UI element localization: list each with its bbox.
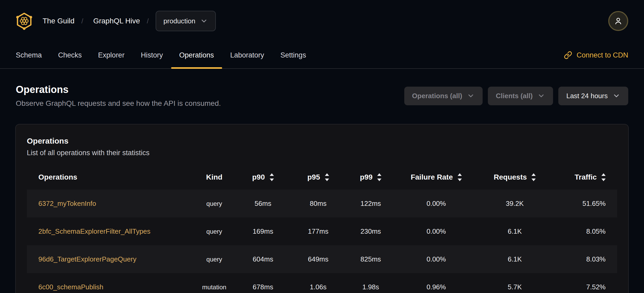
column-header-p95[interactable]: p95 [292,165,344,190]
tab-history[interactable]: History [133,42,171,68]
tab-laboratory[interactable]: Laboratory [222,42,272,68]
failure-rate-value: 0.96% [427,283,446,291]
link-icon [564,51,572,59]
sort-arrows-icon [531,173,536,181]
filters-bar: Operations (all) Clients (all) Last 24 h… [404,87,628,105]
period-filter-dropdown[interactable]: Last 24 hours [558,87,628,105]
table-header-row: Operations Kind p90 p95 p99 [27,165,617,190]
sort-arrows-icon [458,173,462,181]
target-selector-value: production [163,17,195,25]
traffic-value: 8.03% [586,255,606,263]
p95-value: 1.06s [310,283,327,291]
clients-filter-dropdown[interactable]: Clients (all) [488,87,553,105]
card-subtitle: List of all operations with their statis… [27,149,617,157]
tab-operations[interactable]: Operations [171,42,222,68]
target-selector-dropdown[interactable]: production [156,11,216,31]
user-avatar[interactable] [608,11,628,31]
column-header-operations: Operations [27,165,195,190]
chevron-down-icon [537,92,545,100]
breadcrumb-separator: / [81,17,83,25]
tab-explorer[interactable]: Explorer [90,42,133,68]
p90-value: 169ms [253,227,273,235]
p95-value: 177ms [308,227,328,235]
operation-link[interactable]: 6372_myTokenInfo [38,200,96,207]
p99-value: 825ms [360,255,381,263]
column-header-failure-rate[interactable]: Failure Rate [397,165,476,190]
operation-kind: query [206,200,222,207]
main-nav: Schema Checks Explorer History Operation… [0,42,644,69]
card-title: Operations [27,137,617,145]
top-bar: The Guild / GraphQL Hive / production [0,0,644,42]
column-header-kind: Kind [195,165,234,190]
traffic-value: 7.52% [586,283,606,291]
table-row: 2bfc_SchemaExplorerFilter_AllTypes query… [27,217,617,245]
requests-value: 6.1K [508,227,522,235]
hive-logo-icon [16,12,33,30]
failure-rate-value: 0.00% [427,227,446,235]
breadcrumb-org[interactable]: The Guild [43,17,74,25]
operation-link[interactable]: 96d6_TargetExplorerPageQuery [38,255,136,263]
tab-schema[interactable]: Schema [8,42,50,68]
sort-arrows-icon [270,173,274,181]
p99-value: 122ms [360,200,381,207]
page-title: Operations [16,84,221,95]
failure-rate-value: 0.00% [427,255,446,263]
sort-arrows-icon [601,173,606,181]
chevron-down-icon [612,92,620,100]
operation-link[interactable]: 2bfc_SchemaExplorerFilter_AllTypes [38,227,150,235]
sort-arrows-icon [377,173,381,181]
breadcrumb-project[interactable]: GraphQL Hive [93,17,140,25]
operations-card: Operations List of all operations with t… [15,124,629,293]
p90-value: 604ms [253,255,273,263]
main-content: Operations Observe GraphQL requests and … [0,84,644,293]
requests-value: 39.2K [506,200,524,207]
p95-value: 649ms [308,255,328,263]
page-header: Operations Observe GraphQL requests and … [0,84,644,108]
page-title-block: Operations Observe GraphQL requests and … [16,84,221,108]
p90-value: 56ms [255,200,272,207]
breadcrumb: The Guild / GraphQL Hive / production [16,11,216,31]
page-subtitle: Observe GraphQL requests and see how the… [16,99,221,108]
connect-to-cdn-label: Connect to CDN [576,51,628,59]
column-header-p90[interactable]: p90 [234,165,292,190]
requests-value: 6.1K [508,255,522,263]
chevron-down-icon [467,92,475,100]
column-header-traffic[interactable]: Traffic [554,165,617,190]
breadcrumb-separator: / [147,17,149,25]
user-icon [613,16,623,26]
requests-value: 5.7K [508,283,522,291]
traffic-value: 51.65% [582,200,606,207]
table-row: 6c00_schemaPublish mutation 678ms 1.06s … [27,273,617,293]
operations-filter-dropdown[interactable]: Operations (all) [404,87,483,105]
operation-kind: query [206,256,222,263]
column-header-p99[interactable]: p99 [344,165,397,190]
chevron-down-icon [200,17,208,25]
failure-rate-value: 0.00% [427,200,446,207]
traffic-value: 8.05% [586,227,606,235]
p99-value: 1.98s [362,283,379,291]
operation-link[interactable]: 6c00_schemaPublish [38,283,103,291]
operations-table: Operations Kind p90 p95 p99 [27,165,617,293]
operation-kind: mutation [202,284,226,291]
table-row: 96d6_TargetExplorerPageQuery query 604ms… [27,245,617,273]
operation-kind: query [206,228,222,235]
tab-settings[interactable]: Settings [272,42,314,68]
p99-value: 230ms [360,227,381,235]
tab-checks[interactable]: Checks [50,42,90,68]
table-row: 6372_myTokenInfo query 56ms 80ms 122ms 0… [27,190,617,217]
column-header-requests[interactable]: Requests [476,165,554,190]
nav-tabs: Schema Checks Explorer History Operation… [8,42,314,68]
connect-to-cdn-link[interactable]: Connect to CDN [564,51,628,59]
p95-value: 80ms [310,200,327,207]
p90-value: 678ms [253,283,273,291]
sort-arrows-icon [325,173,329,181]
